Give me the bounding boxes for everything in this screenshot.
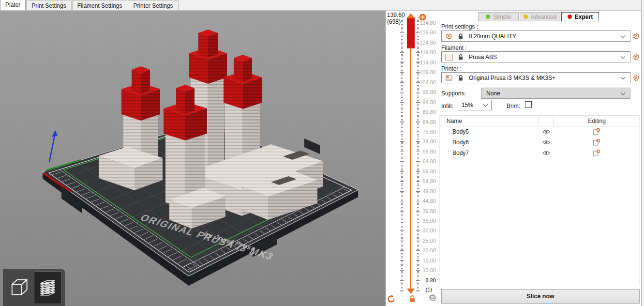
printer-select[interactable]: Original Prusa i3 MK3S & MK3S+ xyxy=(441,72,630,83)
object-list-header: Name Editing xyxy=(440,116,639,126)
printer-gear-button[interactable] xyxy=(632,74,640,82)
object-name: Body5 xyxy=(452,128,469,135)
print-settings-label: Print settings : xyxy=(441,23,478,30)
brim-label: Brim: xyxy=(507,103,520,109)
slider-settings-button[interactable] xyxy=(428,293,437,302)
mode-button-advanced[interactable]: Advanced xyxy=(520,12,560,21)
eye-icon[interactable] xyxy=(542,150,550,156)
slice-now-button[interactable]: Slice now xyxy=(441,289,640,304)
mode-dot-icon xyxy=(486,15,490,19)
chevron-down-icon xyxy=(483,102,488,107)
slider-tick-label: 74.80 xyxy=(414,138,436,145)
mode-button-expert[interactable]: Expert xyxy=(561,12,599,21)
slider-tick-label: 129.80 xyxy=(414,29,436,36)
object-list-body: Body5 Body6 Body7 xyxy=(440,126,639,158)
infill-select[interactable]: 15% xyxy=(458,100,492,110)
view-mode-toolbar xyxy=(3,269,65,306)
printer-value: Original Prusa i3 MK3S & MK3S+ xyxy=(469,75,621,81)
edit-icon[interactable] xyxy=(593,149,600,157)
edit-icon[interactable] xyxy=(593,128,600,136)
tab-plater[interactable]: Plater xyxy=(0,0,26,10)
object-name: Body7 xyxy=(452,150,469,156)
slider-tick-label: 134.80 xyxy=(414,19,436,26)
eye-icon[interactable] xyxy=(542,139,550,145)
supports-label: Supports: xyxy=(441,90,466,97)
slider-top-handle[interactable] xyxy=(407,13,415,18)
print-settings-value: 0.20mm QUALITY xyxy=(469,33,621,40)
gear-icon xyxy=(632,53,640,61)
slider-tick-label: 84.80 xyxy=(414,119,436,125)
print-settings-select[interactable]: 0.20mm QUALITY xyxy=(441,31,630,42)
object-row[interactable]: Body7 xyxy=(440,148,639,158)
slider-tick-label: 59.80 xyxy=(414,168,436,175)
gear-icon xyxy=(445,32,453,40)
slider-tick-label: 109.80 xyxy=(414,69,436,76)
eye-icon[interactable] xyxy=(542,129,550,135)
filament-gear-button[interactable] xyxy=(632,53,640,61)
printer-label: Printer : xyxy=(441,65,462,72)
slider-tick-label: 89.80 xyxy=(414,108,436,115)
prusaslicer-window: PlaterPrint SettingsFilament SettingsPri… xyxy=(0,0,644,306)
mode-dot-icon xyxy=(568,15,572,19)
chevron-down-icon xyxy=(621,75,626,79)
infill-label: Infill: xyxy=(441,103,453,109)
mode-button-simple[interactable]: Simple xyxy=(478,12,519,21)
slider-lock-button[interactable] xyxy=(408,294,417,303)
preview-view-button[interactable] xyxy=(34,271,62,304)
print-settings-gear-button[interactable] xyxy=(632,32,640,40)
lock-icon xyxy=(457,74,464,82)
slider-tick-label: 25.00 xyxy=(414,237,436,244)
chevron-down-icon xyxy=(621,33,626,38)
tab-filament-settings[interactable]: Filament Settings xyxy=(72,0,128,10)
editor-view-button[interactable] xyxy=(6,273,30,302)
object-row[interactable]: Body6 xyxy=(440,137,639,148)
slider-tick-label: 124.80 xyxy=(414,39,436,46)
lock-icon xyxy=(457,32,464,40)
undo-button[interactable] xyxy=(387,294,396,303)
gear-icon xyxy=(428,293,437,302)
slider-tick-label: 69.80 xyxy=(414,148,436,155)
column-header-name: Name xyxy=(447,118,462,124)
brim-checkbox[interactable] xyxy=(525,101,532,108)
supports-select[interactable]: None xyxy=(481,88,630,99)
object-list: Name Editing Body5 Body6 Body7 xyxy=(439,115,640,286)
slider-tick-label: 44.80 xyxy=(414,198,436,204)
object-name: Body6 xyxy=(452,139,469,146)
column-separator xyxy=(554,116,554,126)
slider-tick-label: 54.80 xyxy=(414,178,436,184)
undo-icon xyxy=(387,294,396,303)
edit-icon[interactable] xyxy=(593,138,600,146)
slider-tick-label: 49.80 xyxy=(414,188,436,195)
slider-tick-label: 35.00 xyxy=(414,217,436,224)
filament-label: Filament : xyxy=(441,45,467,51)
settings-panel: SimpleAdvancedExpert Print settings : 0.… xyxy=(439,11,641,306)
slider-tick-label: 20.00 xyxy=(414,247,436,254)
slider-tick-label: 114.80 xyxy=(414,59,436,66)
gear-icon xyxy=(632,32,640,40)
slider-tick-label: 119.80 xyxy=(414,49,436,56)
tab-printer-settings[interactable]: Printer Settings xyxy=(128,0,178,10)
mode-switcher: SimpleAdvancedExpert xyxy=(478,12,599,21)
window-edge xyxy=(641,0,644,306)
slider-tick-label: 79.80 xyxy=(414,128,436,135)
layer-slider-track[interactable] xyxy=(410,47,411,290)
slider-tick-label: 15.00 xyxy=(414,257,436,264)
lock-icon xyxy=(457,53,464,61)
viewport-3d[interactable]: ORIGINAL PRUSA i3 MK3 by Josef Prusa xyxy=(0,11,386,306)
column-separator xyxy=(539,116,539,126)
filament-select[interactable]: Prusa ABS xyxy=(441,51,630,62)
slider-tick-label: 39.80 xyxy=(414,208,436,214)
gear-icon xyxy=(632,74,640,82)
bed-scene: ORIGINAL PRUSA i3 MK3 by Josef Prusa xyxy=(0,11,386,306)
layer-slider-panel: 139.60 (698) 134.80129.80124.80119.80114… xyxy=(386,11,439,306)
tab-bar: PlaterPrint SettingsFilament SettingsPri… xyxy=(0,0,644,11)
chevron-down-icon xyxy=(621,90,626,95)
chevron-down-icon xyxy=(621,54,626,59)
mode-dot-icon xyxy=(524,15,528,19)
slider-tick-label: 30.00 xyxy=(414,227,436,234)
slider-ticks-left xyxy=(400,17,404,292)
infill-value: 15% xyxy=(462,102,484,108)
object-row[interactable]: Body5 xyxy=(440,126,639,137)
slider-tick-label: 94.80 xyxy=(414,99,436,106)
tab-print-settings[interactable]: Print Settings xyxy=(26,0,71,10)
